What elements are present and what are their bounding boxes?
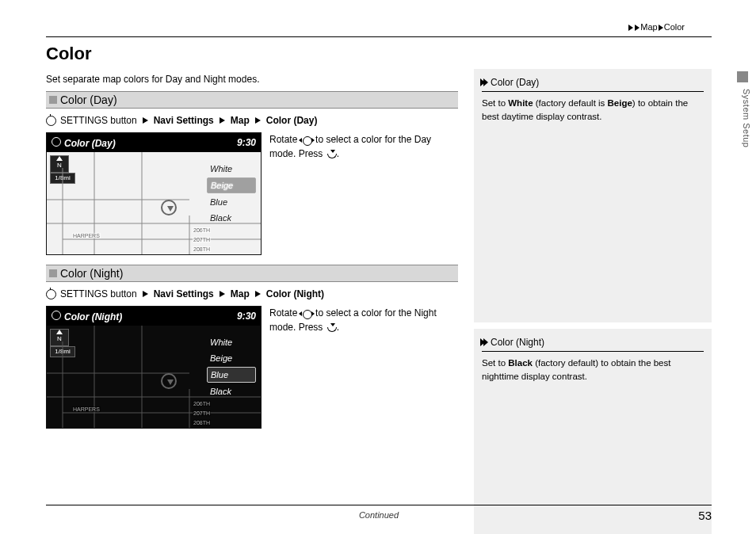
subheading-color-day: Color (Day) <box>46 91 458 109</box>
side-column: Color (Day) Set to White (factory defaul… <box>474 69 712 534</box>
screen-header: Color (Day) 9:30 <box>47 133 261 152</box>
road-label: 208TH <box>193 420 211 425</box>
triangle-icon <box>628 25 633 31</box>
rotate-knob-icon <box>300 309 313 318</box>
triangle-icon <box>635 25 640 31</box>
road-label: 208TH <box>193 246 211 252</box>
double-triangle-icon <box>482 78 488 86</box>
divider <box>46 36 712 37</box>
page-title: Color <box>46 44 724 64</box>
crumb-final: Color (Day) <box>266 115 318 126</box>
subheading-label: Color (Night) <box>60 267 123 280</box>
instr-text: . <box>337 322 339 333</box>
screen-title: Color (Night) <box>64 311 122 322</box>
instr-text: Rotate <box>269 307 297 318</box>
tip-body: Set to White (factory default is Beige) … <box>482 97 704 124</box>
subheading-color-night: Color (Night) <box>46 265 458 282</box>
square-bullet-icon <box>49 96 57 104</box>
side-section-label: System Setup <box>742 89 751 147</box>
divider <box>482 91 704 92</box>
subheading-label: Color (Day) <box>60 93 117 106</box>
road-label: HARPERS <box>72 406 101 412</box>
rotate-knob-icon <box>300 135 313 145</box>
press-button-icon <box>326 323 337 333</box>
settings-button-icon <box>46 289 56 299</box>
crumb-map: Map <box>231 115 250 126</box>
divider <box>482 351 704 352</box>
option-black[interactable]: Black <box>207 211 256 225</box>
triangle-icon <box>255 291 261 297</box>
double-triangle-icon <box>482 338 488 346</box>
option-blue[interactable]: Blue <box>207 367 256 383</box>
crumb-navi: Navi Settings <box>154 115 214 126</box>
screen-body: N 1/8mi HARPERS 206TH 207TH 208TH <box>47 326 261 428</box>
settings-button-icon <box>46 116 56 126</box>
tip-header: Color (Day) <box>482 77 704 88</box>
footer: Continued 53 <box>46 505 712 520</box>
vehicle-position-icon <box>161 373 177 389</box>
tip-header: Color (Night) <box>482 337 704 348</box>
road-label: 206TH <box>193 401 211 406</box>
instruction-night: Rotate to select a color for the Night m… <box>269 306 458 334</box>
continued-label: Continued <box>359 510 399 520</box>
instruction-day: Rotate to select a color for the Day mod… <box>269 132 458 161</box>
side-tab <box>737 71 748 82</box>
breadcrumb-color: Color <box>664 22 685 32</box>
nav-path-day: SETTINGS button Navi Settings Map Color … <box>46 115 458 126</box>
color-options-day: White Beige Blue Black <box>207 162 256 227</box>
triangle-icon <box>659 25 663 31</box>
screen-title: Color (Day) <box>64 138 116 149</box>
header-breadcrumb: MapColor <box>46 22 724 32</box>
tip-color-night: Color (Night) Set to Black (factory defa… <box>474 329 712 535</box>
crumb-navi: Navi Settings <box>154 288 214 299</box>
screenshot-color-night: Color (Night) 9:30 N 1/8mi HARPERS <box>46 306 262 429</box>
road-label: HARPERS <box>72 233 101 238</box>
triangle-icon <box>143 117 148 124</box>
color-options-night: White Beige Blue Black <box>207 335 256 400</box>
triangle-icon <box>220 291 225 297</box>
page: MapColor System Setup Color Set separate… <box>0 0 756 534</box>
option-beige[interactable]: Beige <box>207 351 256 365</box>
option-beige[interactable]: Beige <box>207 177 256 193</box>
triangle-icon <box>220 117 225 124</box>
option-white[interactable]: White <box>207 335 256 349</box>
nav-path-night: SETTINGS button Navi Settings Map Color … <box>46 288 458 299</box>
intro-text: Set separate map colors for Day and Nigh… <box>46 74 458 85</box>
triangle-icon <box>255 117 261 124</box>
tip-title: Color (Night) <box>491 337 544 348</box>
page-number: 53 <box>698 509 712 522</box>
instr-text: . <box>337 148 339 159</box>
day-row: Color (Day) 9:30 N 1/8mi HARPERS <box>46 132 458 255</box>
columns: Set separate map colors for Day and Nigh… <box>46 69 712 534</box>
road-label: 207TH <box>193 410 211 416</box>
gear-icon <box>52 137 61 147</box>
option-blue[interactable]: Blue <box>207 195 256 209</box>
option-black[interactable]: Black <box>207 384 256 399</box>
tip-body: Set to Black (factory default) to obtain… <box>482 357 704 384</box>
instr-text: Rotate <box>269 134 297 145</box>
road-label: 207TH <box>193 237 211 242</box>
crumb-settings: SETTINGS button <box>60 115 137 126</box>
press-button-icon <box>326 150 337 159</box>
vehicle-position-icon <box>161 200 177 216</box>
gear-icon <box>52 311 61 320</box>
screen-body: N 1/8mi HARPERS 206TH 207TH 208TH <box>47 152 261 254</box>
road-label: 206TH <box>193 227 211 233</box>
breadcrumb-map: Map <box>640 22 657 32</box>
option-white[interactable]: White <box>207 162 256 176</box>
screen-header: Color (Night) 9:30 <box>47 307 261 326</box>
tip-color-day: Color (Day) Set to White (factory defaul… <box>474 69 712 322</box>
screenshot-color-day: Color (Day) 9:30 N 1/8mi HARPERS <box>46 132 262 255</box>
square-bullet-icon <box>49 269 57 277</box>
tip-title: Color (Day) <box>491 77 539 88</box>
triangle-icon <box>143 291 148 297</box>
crumb-final: Color (Night) <box>266 288 324 299</box>
screen-clock: 9:30 <box>237 137 256 148</box>
main-column: Set separate map colors for Day and Nigh… <box>46 69 474 534</box>
night-row: Color (Night) 9:30 N 1/8mi HARPERS <box>46 306 458 429</box>
crumb-map: Map <box>231 288 250 299</box>
crumb-settings: SETTINGS button <box>60 288 137 299</box>
screen-clock: 9:30 <box>237 311 256 322</box>
